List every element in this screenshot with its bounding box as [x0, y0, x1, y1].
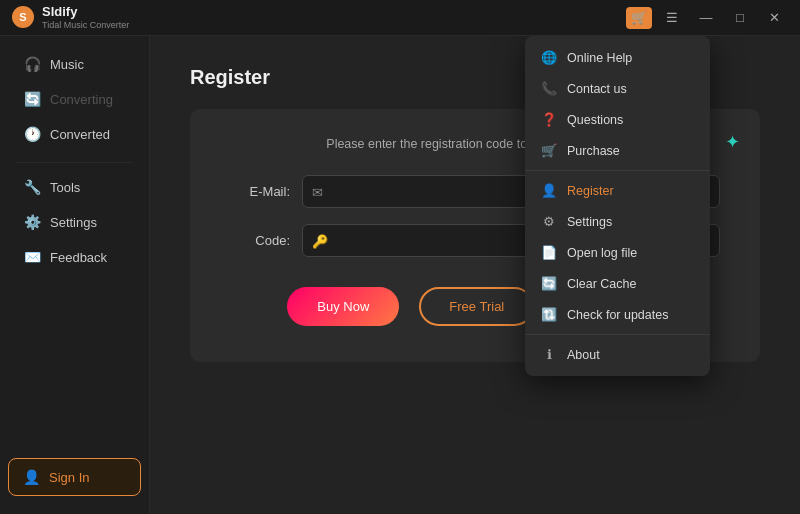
headphones-icon: 🎧	[24, 56, 40, 72]
sidebar-item-converted[interactable]: 🕐 Converted	[8, 117, 141, 151]
menu-item-check-updates[interactable]: 🔃 Check for updates	[525, 299, 710, 330]
menu-item-register[interactable]: 👤 Register	[525, 175, 710, 206]
menu-item-open-log[interactable]: 📄 Open log file	[525, 237, 710, 268]
menu-settings-icon: ⚙	[541, 214, 557, 229]
title-bar: S SIdify Tidal Music Converter 🛒 ☰ — □ ✕	[0, 0, 800, 36]
tools-icon: 🔧	[24, 179, 40, 195]
register-icon: 👤	[541, 183, 557, 198]
dropdown-menu: 🌐 Online Help 📞 Contact us ❓ Questions 🛒…	[525, 36, 710, 376]
sidebar-item-music[interactable]: 🎧 Music	[8, 47, 141, 81]
feedback-icon: ✉️	[24, 249, 40, 265]
main-layout: 🎧 Music 🔄 Converting 🕐 Converted 🔧 Tools…	[0, 36, 800, 514]
sidebar-label-converted: Converted	[50, 127, 110, 142]
sidebar: 🎧 Music 🔄 Converting 🕐 Converted 🔧 Tools…	[0, 36, 150, 514]
menu-divider-2	[525, 334, 710, 335]
maximize-button[interactable]: □	[726, 8, 754, 28]
code-label: Code:	[230, 233, 290, 248]
contact-us-icon: 📞	[541, 81, 557, 96]
code-icon: 🔑	[312, 233, 328, 248]
content-area: Register + ✦ Please enter the registrati…	[150, 36, 800, 514]
menu-label-open-log: Open log file	[567, 246, 637, 260]
sidebar-label-settings: Settings	[50, 215, 97, 230]
menu-label-contact-us: Contact us	[567, 82, 627, 96]
email-icon: ✉	[312, 184, 323, 199]
menu-label-online-help: Online Help	[567, 51, 632, 65]
menu-item-settings[interactable]: ⚙ Settings	[525, 206, 710, 237]
sidebar-item-tools[interactable]: 🔧 Tools	[8, 170, 141, 204]
sidebar-item-converting: 🔄 Converting	[8, 82, 141, 116]
menu-label-clear-cache: Clear Cache	[567, 277, 636, 291]
settings-icon: ⚙️	[24, 214, 40, 230]
email-label: E-Mail:	[230, 184, 290, 199]
free-trial-button[interactable]: Free Trial	[419, 287, 534, 326]
menu-label-purchase: Purchase	[567, 144, 620, 158]
sign-in-label: Sign In	[49, 470, 89, 485]
title-bar-left: S SIdify Tidal Music Converter	[12, 4, 129, 30]
app-subtitle: Tidal Music Converter	[42, 20, 129, 31]
sidebar-label-tools: Tools	[50, 180, 80, 195]
sign-in-icon: 👤	[23, 469, 39, 485]
online-help-icon: 🌐	[541, 50, 557, 65]
menu-label-questions: Questions	[567, 113, 623, 127]
title-bar-right: 🛒 ☰ — □ ✕	[626, 7, 788, 29]
menu-label-check-updates: Check for updates	[567, 308, 668, 322]
sidebar-label-feedback: Feedback	[50, 250, 107, 265]
sidebar-divider	[16, 162, 133, 163]
menu-item-purchase[interactable]: 🛒 Purchase	[525, 135, 710, 166]
menu-label-register: Register	[567, 184, 614, 198]
sign-in-button[interactable]: 👤 Sign In	[8, 458, 141, 496]
sidebar-spacer	[0, 279, 149, 450]
menu-label-settings: Settings	[567, 215, 612, 229]
minimize-button[interactable]: —	[692, 8, 720, 28]
app-name: SIdify	[42, 4, 129, 20]
sidebar-tools-section: 🔧 Tools ⚙️ Settings ✉️ Feedback	[0, 169, 149, 275]
questions-icon: ❓	[541, 112, 557, 127]
menu-item-about[interactable]: ℹ About	[525, 339, 710, 370]
menu-item-contact-us[interactable]: 📞 Contact us	[525, 73, 710, 104]
menu-item-questions[interactable]: ❓ Questions	[525, 104, 710, 135]
purchase-icon: 🛒	[541, 143, 557, 158]
menu-button[interactable]: ☰	[658, 8, 686, 28]
converting-icon: 🔄	[24, 91, 40, 107]
sidebar-label-music: Music	[50, 57, 84, 72]
app-title-text: SIdify Tidal Music Converter	[42, 4, 129, 30]
close-button[interactable]: ✕	[760, 8, 788, 28]
converted-icon: 🕐	[24, 126, 40, 142]
sidebar-item-settings[interactable]: ⚙️ Settings	[8, 205, 141, 239]
app-logo: S	[12, 6, 34, 28]
about-icon: ℹ	[541, 347, 557, 362]
cart-button[interactable]: 🛒	[626, 7, 652, 29]
menu-item-clear-cache[interactable]: 🔄 Clear Cache	[525, 268, 710, 299]
sidebar-item-feedback[interactable]: ✉️ Feedback	[8, 240, 141, 274]
check-updates-icon: 🔃	[541, 307, 557, 322]
clear-cache-icon: 🔄	[541, 276, 557, 291]
buy-now-button[interactable]: Buy Now	[287, 287, 399, 326]
menu-item-online-help[interactable]: 🌐 Online Help	[525, 42, 710, 73]
sidebar-label-converting: Converting	[50, 92, 113, 107]
open-log-icon: 📄	[541, 245, 557, 260]
menu-label-about: About	[567, 348, 600, 362]
deco-teal: ✦	[725, 131, 740, 153]
menu-divider-1	[525, 170, 710, 171]
sidebar-nav-section: 🎧 Music 🔄 Converting 🕐 Converted	[0, 46, 149, 152]
